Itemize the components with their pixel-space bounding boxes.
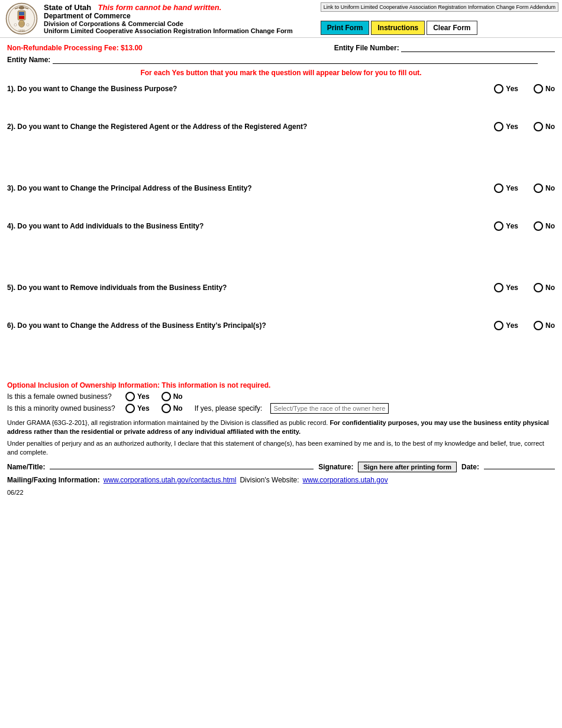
entity-name-row: Entity Name: — [7, 56, 555, 64]
svg-rect-6 — [19, 12, 24, 15]
mailing-label: Mailing/Faxing Information: — [7, 476, 100, 484]
minority-owned-label: Is this a minority owned business? — [7, 404, 119, 413]
if-yes-specify-label: If yes, please specify: — [195, 404, 263, 413]
state-seal: 1896 — [4, 2, 39, 35]
division-website-label: Division's Website: — [240, 476, 299, 484]
question-1-no-option[interactable]: No — [534, 84, 555, 94]
svg-point-11 — [14, 24, 17, 26]
question-4-text: 4). Do you want to Add individuals to th… — [7, 222, 448, 230]
penalty-text: Under penalties of perjury and as an aut… — [7, 439, 555, 458]
form-title: Uniform Limited Cooperative Association … — [44, 27, 316, 34]
department-name: Department of Commerce — [44, 12, 316, 20]
action-buttons: Print Form Instructions Clear Form — [321, 21, 558, 35]
question-3-yes-radio[interactable] — [494, 183, 503, 193]
entity-name-line — [53, 56, 538, 64]
question-5-radio-group: Yes No — [448, 283, 555, 292]
question-2-text: 2). Do you want to Change the Registered… — [7, 123, 448, 131]
optional-ownership-section: Optional Inclusion of Ownership Informat… — [7, 381, 555, 414]
header-text-block: State of Utah This form cannot be hand w… — [44, 2, 316, 35]
yes-instruction: For each Yes button that you mark the qu… — [7, 69, 555, 77]
question-5-spacer — [7, 296, 555, 314]
question-5-no-option[interactable]: No — [534, 283, 555, 292]
fee-file-row: Non-Refundable Processing Fee: $13.00 En… — [7, 44, 555, 52]
mailing-link[interactable]: www.corporations.utah.gov/contactus.html — [104, 476, 237, 484]
question-6-radio-group: Yes No — [448, 321, 555, 330]
minority-owned-row: Is this a minority owned business? Yes N… — [7, 403, 555, 414]
question-5-text: 5). Do you want to Remove individuals fr… — [7, 284, 448, 292]
svg-point-2 — [18, 6, 24, 9]
print-form-button[interactable]: Print Form — [321, 21, 370, 35]
instructions-button[interactable]: Instructions — [371, 21, 425, 35]
minority-owned-yes-radio[interactable] — [125, 404, 135, 413]
question-4-no-option[interactable]: No — [534, 221, 555, 231]
state-name: State of Utah — [44, 3, 91, 12]
question-3-text: 3). Do you want to Change the Principal … — [7, 184, 448, 192]
question-2-no-radio[interactable] — [534, 122, 543, 131]
question-6-yes-radio[interactable] — [494, 321, 503, 330]
question-4-yes-radio[interactable] — [494, 221, 503, 231]
header: 1896 State of Utah This form cannot be h… — [0, 0, 562, 38]
female-owned-row: Is this a female owned business? Yes No — [7, 392, 555, 401]
question-1-no-radio[interactable] — [534, 84, 543, 94]
question-2-spacer — [7, 135, 555, 176]
question-3-spacer — [7, 197, 555, 214]
question-5-yes-radio[interactable] — [494, 283, 503, 292]
question-1-row: 1). Do you want to Change the Business P… — [7, 83, 555, 95]
question-1-text: 1). Do you want to Change the Business P… — [7, 85, 448, 93]
race-input[interactable] — [270, 403, 389, 414]
question-5-yes-option[interactable]: Yes — [494, 283, 518, 292]
mailing-row: Mailing/Faxing Information: www.corporat… — [7, 476, 555, 484]
question-4-no-radio[interactable] — [534, 221, 543, 231]
grama-section: Under GRAMA {63G-2-201}, all registratio… — [7, 418, 555, 458]
question-3-yes-option[interactable]: Yes — [494, 183, 518, 193]
minority-owned-yes-option[interactable]: Yes — [125, 404, 150, 413]
question-5-no-radio[interactable] — [534, 283, 543, 292]
date-input-line — [484, 461, 555, 469]
clear-form-button[interactable]: Clear Form — [427, 21, 477, 35]
svg-point-8 — [18, 20, 24, 27]
question-2-yes-radio[interactable] — [494, 122, 503, 131]
female-owned-yes-option[interactable]: Yes — [125, 392, 150, 401]
question-6-no-option[interactable]: No — [534, 321, 555, 330]
grama-text: Under GRAMA {63G-2-201}, all registratio… — [7, 418, 555, 437]
female-owned-yes-radio[interactable] — [125, 392, 135, 401]
header-buttons: Link to Uniform Limited Cooperative Asso… — [321, 2, 558, 35]
question-1-spacer — [7, 97, 555, 115]
question-3-radio-group: Yes No — [448, 183, 555, 193]
version-number: 06/22 — [7, 489, 555, 496]
signature-row: Name/Title: Signature: Sign here after p… — [7, 461, 555, 472]
division-name: Division of Corporations & Commercial Co… — [44, 20, 316, 27]
optional-title: Optional Inclusion of Ownership Informat… — [7, 381, 555, 389]
question-6-no-radio[interactable] — [534, 321, 543, 330]
sign-button[interactable]: Sign here after printing form — [358, 462, 457, 472]
svg-point-12 — [27, 24, 29, 26]
question-6-row: 6). Do you want to Change the Address of… — [7, 320, 555, 331]
question-3-row: 3). Do you want to Change the Principal … — [7, 182, 555, 194]
question-2-yes-option[interactable]: Yes — [494, 122, 518, 131]
question-4-yes-option[interactable]: Yes — [494, 221, 518, 231]
female-owned-no-radio[interactable] — [162, 392, 171, 401]
date-label: Date: — [461, 463, 479, 471]
question-4-row: 4). Do you want to Add individuals to th… — [7, 220, 555, 232]
cannot-handwrite-notice: This form cannot be hand written. — [98, 3, 222, 12]
question-3-no-radio[interactable] — [534, 183, 543, 193]
addendum-link-button[interactable]: Link to Uniform Limited Cooperative Asso… — [321, 2, 558, 12]
female-owned-no-option[interactable]: No — [162, 392, 183, 401]
question-6-spacer — [7, 334, 555, 375]
female-owned-label: Is this a female owned business? — [7, 392, 119, 401]
question-2-radio-group: Yes No — [448, 122, 555, 131]
question-2-no-option[interactable]: No — [534, 122, 555, 131]
main-content: Non-Refundable Processing Fee: $13.00 En… — [0, 38, 562, 500]
minority-owned-no-radio[interactable] — [162, 404, 171, 413]
question-3-no-option[interactable]: No — [534, 183, 555, 193]
file-number-line — [401, 44, 555, 52]
division-website-link[interactable]: www.corporations.utah.gov — [303, 476, 388, 484]
question-2-row: 2). Do you want to Change the Registered… — [7, 121, 555, 133]
minority-owned-no-option[interactable]: No — [162, 404, 183, 413]
question-1-yes-option[interactable]: Yes — [494, 84, 518, 94]
processing-fee: Non-Refundable Processing Fee: $13.00 — [7, 44, 143, 52]
question-6-text: 6). Do you want to Change the Address of… — [7, 321, 448, 330]
question-6-yes-option[interactable]: Yes — [494, 321, 518, 330]
name-title-label: Name/Title: — [7, 463, 45, 471]
question-1-yes-radio[interactable] — [494, 84, 503, 94]
